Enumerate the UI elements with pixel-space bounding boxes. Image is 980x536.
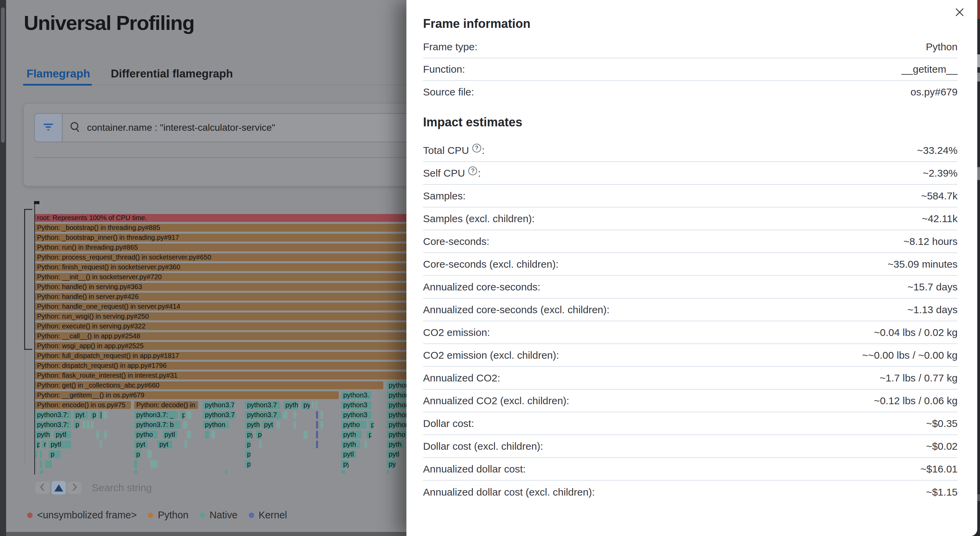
flame-frame[interactable]: p: [49, 450, 60, 458]
flame-frame[interactable]: Python: decode() in: [134, 401, 198, 409]
flame-frame[interactable]: python3.7:: [35, 411, 71, 419]
flame-frame[interactable]: |: [98, 411, 102, 419]
flame-frame[interactable]: py: [245, 431, 253, 439]
flame-frame[interactable]: [151, 460, 158, 468]
flame-frame[interactable]: py: [245, 441, 250, 449]
tab-differential-flamegraph[interactable]: Differential flamegraph: [111, 67, 233, 80]
flame-frame[interactable]: pytl: [341, 450, 356, 458]
flame-frame[interactable]: python3.7: [203, 411, 235, 419]
flame-frame[interactable]: [87, 421, 89, 429]
flame-frame[interactable]: [315, 401, 317, 409]
flame-frame[interactable]: pyth: [35, 431, 51, 439]
flame-frame[interactable]: pyt: [262, 421, 274, 429]
flame-frame[interactable]: pytl: [49, 441, 71, 449]
flame-frame[interactable]: [304, 431, 307, 439]
flame-frame[interactable]: py!: [387, 460, 396, 468]
flame-frame[interactable]: [211, 431, 215, 439]
flame-frame[interactable]: [364, 441, 367, 449]
flame-frame[interactable]: python3.7: [245, 401, 280, 409]
flame-frame[interactable]: pytl: [54, 431, 71, 439]
flame-frame[interactable]: [283, 411, 288, 419]
help-icon[interactable]: ?: [473, 144, 481, 153]
flame-frame[interactable]: py: [301, 401, 310, 409]
flame-frame[interactable]: [40, 450, 42, 458]
flame-frame[interactable]: p: [245, 450, 250, 458]
filter-button[interactable]: [35, 114, 62, 142]
flame-frame[interactable]: p: [134, 450, 141, 458]
flame-frame[interactable]: [103, 411, 107, 419]
flame-frame[interactable]: [341, 470, 345, 474]
flame-frame[interactable]: pyt: [158, 441, 172, 449]
flame-frame[interactable]: python3.7: b: [134, 421, 180, 429]
next-match-button[interactable]: [67, 482, 81, 494]
flame-frame[interactable]: python: [203, 421, 229, 429]
flame-frame[interactable]: [147, 450, 152, 458]
previous-match-button[interactable]: [35, 482, 49, 494]
flame-frame[interactable]: [316, 421, 318, 429]
flame-frame[interactable]: [259, 441, 262, 449]
left-scrollbar-thumb[interactable]: [1, 8, 5, 143]
flame-frame[interactable]: [312, 401, 314, 409]
flame-frame[interactable]: python3: [341, 411, 371, 419]
flame-frame[interactable]: [187, 431, 191, 439]
flame-frame[interactable]: [45, 460, 52, 468]
flame-frame[interactable]: Python: get() in _collections_abc.py#660: [35, 382, 383, 389]
flame-frame[interactable]: Python: encode() in os.py#75: [35, 401, 131, 409]
flame-frame[interactable]: pyth: [245, 421, 260, 429]
flame-frame[interactable]: pytho: [134, 431, 158, 439]
flame-frame[interactable]: p: [35, 441, 40, 449]
flame-frame[interactable]: p: [91, 411, 97, 419]
flame-frame[interactable]: [40, 460, 42, 468]
legend-item[interactable]: Native: [200, 509, 237, 521]
flame-frame[interactable]: [316, 441, 318, 449]
flame-frame[interactable]: pyt: [73, 411, 88, 419]
scroll-to-top-button[interactable]: [52, 481, 66, 495]
flame-frame[interactable]: p: [369, 421, 374, 429]
flame-frame[interactable]: [91, 421, 94, 429]
flame-frame[interactable]: [96, 431, 99, 439]
flame-frame[interactable]: [316, 431, 318, 439]
flame-frame[interactable]: r: [42, 441, 46, 449]
flame-frame[interactable]: [134, 470, 137, 474]
flame-frame[interactable]: [387, 470, 390, 474]
flame-frame[interactable]: pyth: [341, 441, 360, 449]
flame-frame[interactable]: [183, 421, 187, 429]
flame-frame[interactable]: python3.7: [245, 411, 281, 419]
flame-frame[interactable]: [205, 431, 209, 439]
flame-frame[interactable]: [185, 441, 187, 449]
left-scrollbar-track[interactable]: [0, 0, 6, 536]
flame-frame[interactable]: pytl: [387, 450, 399, 458]
flame-frame[interactable]: p: [367, 431, 371, 439]
flame-frame[interactable]: python3.: [341, 391, 371, 399]
flame-frame[interactable]: pyt: [134, 441, 148, 449]
flame-search-input[interactable]: Search string: [92, 482, 152, 493]
flame-frame[interactable]: [320, 411, 323, 419]
legend-item[interactable]: Kernel: [249, 509, 287, 521]
flame-frame[interactable]: [316, 411, 318, 419]
legend-item[interactable]: Python: [148, 509, 188, 521]
flame-frame[interactable]: [134, 460, 137, 468]
flame-frame[interactable]: pytl: [162, 431, 177, 439]
flame-frame[interactable]: [40, 470, 43, 474]
flame-frame[interactable]: p: [245, 460, 250, 468]
flame-frame[interactable]: [293, 411, 296, 419]
flame-frame[interactable]: Python: __getitem__() in os.py#679: [35, 391, 339, 399]
flame-frame[interactable]: python3.7: _: [134, 411, 178, 419]
flame-frame[interactable]: p: [256, 431, 262, 439]
flame-frame[interactable]: [104, 431, 107, 439]
flame-frame[interactable]: pytho: [341, 421, 367, 429]
flame-frame[interactable]: pyth: [387, 441, 404, 449]
help-icon[interactable]: ?: [468, 167, 477, 175]
legend-item[interactable]: <unsymbolized frame>: [27, 509, 137, 521]
flame-frame[interactable]: [100, 441, 102, 449]
flame-frame[interactable]: [320, 421, 323, 429]
flame-frame[interactable]: python3: [341, 401, 371, 409]
flame-frame[interactable]: p: [180, 411, 185, 419]
tab-flamegraph[interactable]: Flamegraph: [27, 67, 90, 80]
flame-frame[interactable]: p: [73, 421, 80, 429]
flame-frame[interactable]: python3.7: c: [203, 401, 234, 409]
flame-frame[interactable]: [83, 421, 85, 429]
flame-frame[interactable]: pyth: [283, 401, 298, 409]
flame-frame[interactable]: [225, 470, 228, 474]
flame-frame[interactable]: [277, 421, 280, 429]
